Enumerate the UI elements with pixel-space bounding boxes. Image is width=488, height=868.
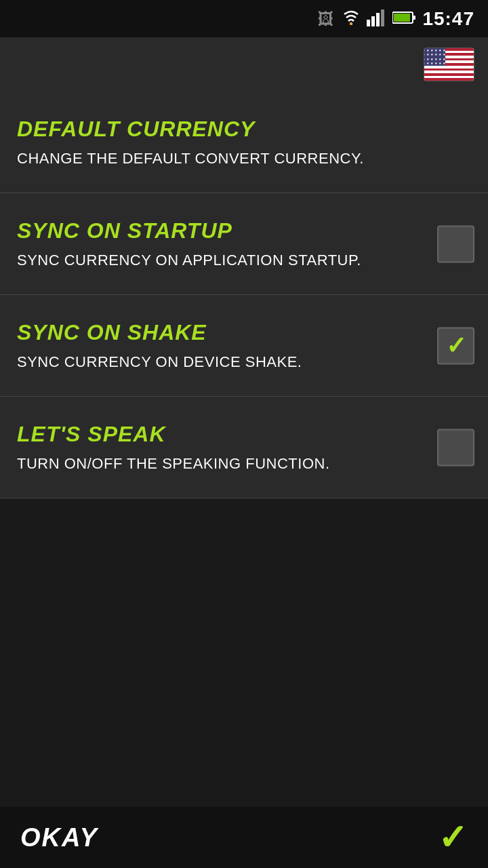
status-time: 15:47 [422, 8, 474, 30]
svg-rect-2 [367, 20, 370, 26]
checkmark-icon: ✓ [446, 334, 466, 358]
setting-item-sync-startup[interactable]: SYNC ON STARTUP SYNC CURRENCY ON APPLICA… [0, 193, 488, 295]
status-bar: 🖼 [0, 0, 488, 37]
svg-rect-5 [381, 9, 384, 26]
flag-stars: ★★★★★★ ★★★★★★ ★★★★★★ ★★★★★★ [424, 48, 447, 66]
okay-button[interactable]: OKAY [20, 823, 98, 852]
flag-bar[interactable]: ★★★★★★ ★★★★★★ ★★★★★★ ★★★★★★ [0, 37, 488, 92]
download-icon [342, 9, 360, 29]
setting-item-lets-speak[interactable]: LET'S SPEAK TURN ON/OFF THE SPEAKING FUN… [0, 397, 488, 498]
us-flag: ★★★★★★ ★★★★★★ ★★★★★★ ★★★★★★ [424, 48, 474, 81]
setting-item-default-currency[interactable]: DEFAULT CURRENCY CHANGE THE DEFAULT CONV… [0, 92, 488, 193]
setting-item-sync-shake[interactable]: ✓ SYNC ON SHAKE SYNC CURRENCY ON DEVICE … [0, 295, 488, 397]
setting-title-sync-startup: SYNC ON STARTUP [17, 218, 420, 243]
setting-desc-sync-shake: SYNC CURRENCY ON DEVICE SHAKE. [17, 353, 420, 371]
bottom-bar[interactable]: OKAY ✓ [0, 807, 488, 868]
svg-rect-8 [394, 14, 410, 22]
currency-flag[interactable]: ★★★★★★ ★★★★★★ ★★★★★★ ★★★★★★ [424, 47, 474, 81]
svg-rect-3 [371, 16, 375, 26]
svg-rect-7 [413, 16, 415, 20]
settings-list: DEFAULT CURRENCY CHANGE THE DEFAULT CONV… [0, 92, 488, 807]
svg-rect-4 [376, 13, 380, 26]
checkbox-lets-speak[interactable] [437, 429, 474, 466]
setting-title-lets-speak: LET'S SPEAK [17, 422, 420, 447]
checkbox-sync-startup[interactable] [437, 225, 474, 262]
checkbox-sync-shake[interactable]: ✓ [437, 327, 474, 364]
setting-title-default-currency: DEFAULT CURRENCY [17, 117, 471, 142]
status-icons: 15:47 [342, 8, 474, 30]
battery-icon [392, 10, 415, 28]
setting-desc-lets-speak: TURN ON/OFF THE SPEAKING FUNCTION. [17, 455, 420, 473]
signal-icon [367, 9, 386, 29]
setting-desc-default-currency: CHANGE THE DEFAULT CONVERT CURRENCY. [17, 150, 471, 167]
setting-title-sync-shake: SYNC ON SHAKE [17, 320, 420, 345]
notification-icon: 🖼 [318, 9, 334, 28]
okay-checkmark-icon: ✓ [438, 817, 468, 858]
setting-desc-sync-startup: SYNC CURRENCY ON APPLICATION STARTUP. [17, 252, 420, 269]
